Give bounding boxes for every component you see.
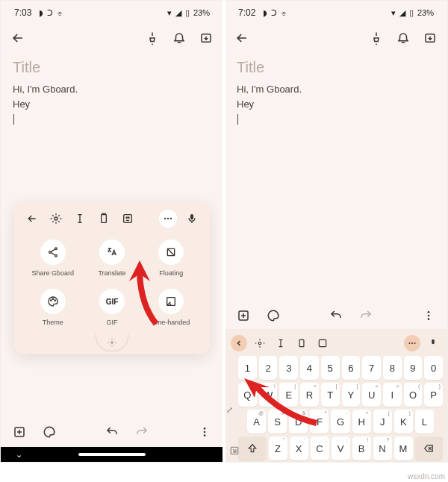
- keyboard-collapse-icon[interactable]: ⌄: [16, 450, 22, 460]
- key-8[interactable]: 8: [383, 356, 402, 380]
- dnd-icon: ꓛ: [271, 8, 277, 18]
- app-toolbar: [225, 22, 447, 54]
- svg-point-12: [55, 254, 57, 257]
- note-bottom-bar: [1, 417, 223, 447]
- expand-icon[interactable]: ⤢: [226, 405, 233, 415]
- svg-point-28: [258, 342, 261, 345]
- key-i[interactable]: I>: [383, 383, 402, 407]
- svg-point-14: [50, 300, 51, 301]
- nav-bar: ⌄: [1, 447, 223, 462]
- redo-icon[interactable]: [134, 424, 150, 440]
- back-button[interactable]: [234, 30, 250, 46]
- pin-icon[interactable]: [144, 30, 161, 46]
- key-0[interactable]: 0: [424, 356, 443, 380]
- title-placeholder[interactable]: Title: [13, 59, 211, 76]
- key-v[interactable]: V;: [332, 436, 350, 460]
- svg-point-25: [428, 311, 430, 313]
- text-select-icon[interactable]: [273, 335, 289, 351]
- key-m[interactable]: M: [394, 436, 413, 460]
- pin-icon[interactable]: [368, 30, 385, 46]
- zxcv-row: Z"X'C:V;B!N?M: [234, 435, 447, 462]
- gboard-menu-grid: Share Gboard Translate Floating Theme GI…: [20, 234, 204, 334]
- status-bar: 7:02 ◗ ꓛ ᯤ ▾ ◢ ▯ 23%: [225, 1, 447, 22]
- share-gboard-item[interactable]: Share Gboard: [23, 240, 82, 277]
- archive-icon[interactable]: [422, 30, 438, 46]
- text-select-icon[interactable]: [71, 210, 89, 228]
- svg-point-32: [411, 342, 413, 344]
- back-button[interactable]: [10, 30, 26, 46]
- svg-point-22: [204, 434, 206, 436]
- mic-icon[interactable]: [425, 335, 441, 351]
- key-p[interactable]: P}: [424, 383, 443, 407]
- sticker-icon[interactable]: [119, 210, 137, 228]
- clipboard-icon[interactable]: [95, 210, 113, 228]
- keyboard-toolbar: [225, 332, 447, 354]
- svg-point-1: [55, 217, 57, 220]
- archive-icon[interactable]: [198, 30, 214, 46]
- svg-point-10: [55, 248, 57, 250]
- palette-icon[interactable]: [41, 424, 57, 440]
- reminder-icon[interactable]: [395, 30, 411, 46]
- left-screenshot: 7:03 ◗ ꓛ ᯤ ▾ ◢ ▯ 23%: [0, 0, 224, 463]
- key-x[interactable]: X': [290, 436, 308, 460]
- sticker-icon[interactable]: [314, 335, 331, 351]
- svg-point-7: [167, 218, 169, 219]
- gear-icon[interactable]: [252, 335, 268, 351]
- key-h[interactable]: H+: [352, 410, 371, 434]
- undo-icon[interactable]: [328, 307, 344, 324]
- title-placeholder[interactable]: Title: [237, 59, 435, 76]
- mic-icon[interactable]: [183, 210, 201, 228]
- backspace-key[interactable]: [415, 436, 444, 460]
- note-editor[interactable]: Title Hi, I'm Gboard. Hey: [1, 54, 223, 126]
- key-b[interactable]: B!: [352, 436, 371, 460]
- key-l[interactable]: L: [415, 410, 434, 434]
- more-icon[interactable]: [404, 335, 420, 351]
- svg-rect-2: [102, 215, 107, 223]
- key-5[interactable]: 5: [321, 356, 340, 380]
- key-j[interactable]: J(: [373, 410, 392, 434]
- gear-icon[interactable]: [47, 210, 65, 228]
- note-line: Hi, I'm Gboard.: [13, 82, 211, 97]
- svg-point-16: [55, 300, 55, 301]
- undo-icon[interactable]: [104, 424, 120, 440]
- add-box-icon[interactable]: [11, 424, 28, 440]
- drag-handle-icon[interactable]: [96, 334, 128, 351]
- note-editor[interactable]: Title Hi, I'm Gboard. Hey: [225, 54, 447, 126]
- moon-icon: ◗: [263, 8, 267, 18]
- key-n[interactable]: N?: [373, 436, 392, 460]
- palette-icon[interactable]: [265, 307, 281, 324]
- overflow-icon[interactable]: [420, 307, 437, 324]
- redo-icon[interactable]: [358, 307, 374, 324]
- more-icon[interactable]: [159, 210, 177, 228]
- key-g[interactable]: G-: [331, 410, 349, 434]
- add-box-icon[interactable]: [235, 307, 252, 324]
- dock-icon[interactable]: [226, 442, 243, 459]
- key-6[interactable]: 6: [342, 356, 361, 380]
- reminder-icon[interactable]: [171, 30, 187, 46]
- wifi-icon: ▾: [167, 8, 172, 18]
- nav-pill-icon[interactable]: [78, 453, 146, 456]
- menu-back-icon[interactable]: [23, 210, 41, 228]
- key-t[interactable]: T[: [321, 383, 340, 407]
- key-z[interactable]: Z": [269, 436, 287, 460]
- carrier-icon: ᯤ: [281, 9, 289, 18]
- key-c[interactable]: C:: [311, 436, 329, 460]
- clipboard-icon[interactable]: [293, 335, 310, 351]
- key-k[interactable]: K): [394, 410, 413, 434]
- svg-point-5: [128, 217, 129, 218]
- svg-rect-9: [190, 214, 193, 219]
- overflow-icon[interactable]: [196, 424, 213, 440]
- key-u[interactable]: U<: [362, 383, 381, 407]
- wifi-icon: ▾: [391, 8, 396, 18]
- key-9[interactable]: 9: [404, 356, 423, 380]
- key-o[interactable]: O{: [404, 383, 423, 407]
- dnd-icon: ꓛ: [47, 8, 53, 18]
- kb-back-icon[interactable]: [231, 335, 247, 351]
- key-y[interactable]: Y]: [342, 383, 361, 407]
- svg-point-33: [414, 342, 416, 344]
- theme-item[interactable]: Theme: [23, 289, 82, 326]
- moon-icon: ◗: [39, 8, 43, 18]
- status-bar: 7:03 ◗ ꓛ ᯤ ▾ ◢ ▯ 23%: [1, 1, 223, 22]
- key-7[interactable]: 7: [362, 356, 381, 380]
- signal-icon: ◢: [399, 8, 405, 18]
